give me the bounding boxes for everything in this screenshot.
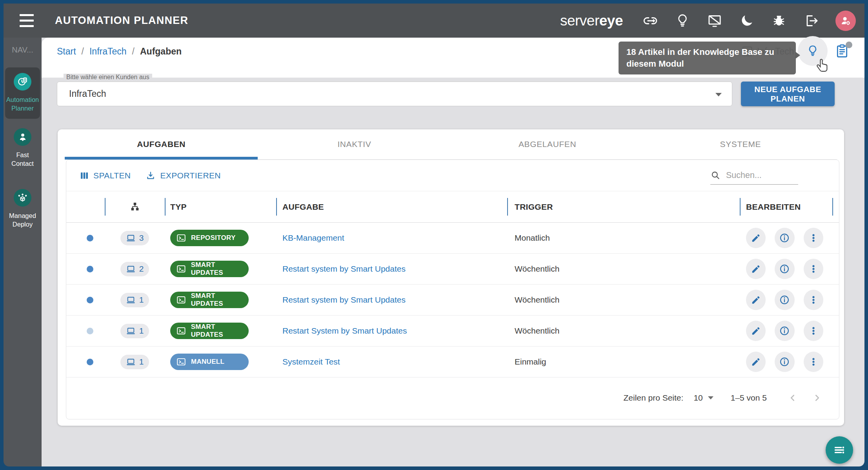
lightbulb-icon[interactable] bbox=[675, 13, 690, 29]
sidebar-item-fast-contact[interactable]: Fast Contact bbox=[5, 123, 40, 174]
info-button[interactable] bbox=[775, 352, 794, 372]
breadcrumb-infratech[interactable]: InfraTech bbox=[89, 46, 127, 57]
dark-mode-icon[interactable] bbox=[739, 13, 755, 29]
rows-per-page-select[interactable]: 10 bbox=[693, 393, 713, 403]
account-settings-avatar[interactable] bbox=[835, 11, 856, 31]
systems-count-chip[interactable]: 1 bbox=[120, 355, 149, 369]
previous-page-button[interactable] bbox=[784, 389, 801, 406]
table-row[interactable]: 3 REPOSITORY KB-Management Monatlich bbox=[66, 223, 839, 254]
servereye-logo: servereye bbox=[560, 13, 623, 29]
terminal-icon bbox=[176, 295, 186, 305]
task-link[interactable]: Restart System by Smart Updates bbox=[282, 326, 407, 336]
logout-icon[interactable] bbox=[803, 13, 819, 29]
info-button[interactable] bbox=[775, 259, 794, 279]
kebab-menu-icon bbox=[808, 357, 819, 367]
status-dot bbox=[87, 266, 93, 272]
next-page-button[interactable] bbox=[808, 389, 826, 406]
customer-select-label: Bitte wähle einen Kunden aus bbox=[64, 74, 152, 81]
more-button[interactable] bbox=[804, 290, 823, 310]
topbar-actions: servereye bbox=[560, 4, 856, 38]
tab-aufgaben[interactable]: AUFGABEN bbox=[65, 129, 258, 159]
table-row[interactable]: 1 SMART UPDATES Restart System by Smart … bbox=[66, 316, 839, 347]
mouse-cursor bbox=[815, 58, 830, 74]
search-field[interactable] bbox=[710, 166, 798, 185]
quick-menu-fab[interactable] bbox=[826, 436, 853, 464]
header-typ[interactable]: TYP bbox=[165, 191, 276, 222]
knowledge-base-tooltip: 18 Artikel in der Knowledge Base zu dies… bbox=[619, 42, 796, 74]
columns-button[interactable]: SPALTEN bbox=[80, 171, 131, 180]
sidebar: NAV... AutomationPlanner Fa bbox=[4, 38, 42, 466]
table-row[interactable]: 1 SMART UPDATES Restart system by Smart … bbox=[66, 285, 839, 316]
pencil-icon bbox=[751, 295, 761, 305]
kebab-menu-icon bbox=[808, 264, 819, 274]
customer-select[interactable]: InfraTech bbox=[57, 82, 732, 106]
table-body: 3 REPOSITORY KB-Management Monatlich bbox=[66, 223, 839, 377]
more-button[interactable] bbox=[804, 321, 823, 341]
tab-inaktiv[interactable]: INAKTIV bbox=[258, 129, 451, 159]
header-bearbeiten: BEARBEITEN bbox=[740, 191, 832, 222]
more-button[interactable] bbox=[804, 352, 823, 372]
systems-count-chip[interactable]: 1 bbox=[120, 324, 149, 338]
systems-count: 3 bbox=[139, 233, 144, 243]
fast-contact-icon bbox=[14, 128, 31, 146]
sidebar-item-label: AutomationPlanner bbox=[6, 95, 39, 113]
systems-count-chip[interactable]: 1 bbox=[120, 293, 149, 307]
task-link[interactable]: Systemzeit Test bbox=[282, 357, 340, 367]
status-dot bbox=[87, 328, 93, 334]
tasks-card: AUFGABENINAKTIVABGELAUFENSYSTEME SPALTEN bbox=[58, 129, 844, 426]
sitemap-icon bbox=[129, 201, 140, 212]
header-aufgabe[interactable]: AUFGABE bbox=[276, 191, 507, 222]
trigger-value: Einmalig bbox=[515, 357, 546, 367]
header-systems[interactable] bbox=[105, 191, 165, 222]
edit-button[interactable] bbox=[746, 228, 766, 248]
sidebar-item-managed-deploy[interactable]: ManagedDeploy bbox=[5, 183, 40, 235]
menu-icon[interactable] bbox=[20, 14, 34, 27]
edit-button[interactable] bbox=[746, 321, 766, 341]
pagination: Zeilen pro Seite: 10 1–5 von 5 bbox=[66, 377, 839, 419]
info-button[interactable] bbox=[775, 228, 794, 248]
monitor-off-icon[interactable] bbox=[707, 13, 722, 29]
breadcrumb-start[interactable]: Start bbox=[57, 46, 76, 57]
laptop-icon bbox=[126, 233, 136, 243]
sidebar-item-label: ManagedDeploy bbox=[9, 211, 36, 229]
systems-count-chip[interactable]: 2 bbox=[120, 262, 149, 276]
export-button[interactable]: EXPORTIEREN bbox=[146, 171, 221, 181]
laptop-icon bbox=[126, 264, 136, 274]
laptop-icon bbox=[126, 326, 136, 336]
type-badge: SMART UPDATES bbox=[170, 323, 249, 339]
automation-planner-app: AUTOMATION PLANNER servereye bbox=[0, 0, 868, 470]
info-button[interactable] bbox=[775, 321, 794, 341]
task-link[interactable]: Restart system by Smart Updates bbox=[282, 264, 406, 274]
info-icon bbox=[779, 325, 790, 336]
pencil-icon bbox=[751, 357, 761, 367]
notification-dot bbox=[846, 42, 852, 48]
chevron-down-icon bbox=[715, 93, 722, 96]
task-link[interactable]: Restart system by Smart Updates bbox=[282, 295, 406, 305]
search-input[interactable] bbox=[725, 170, 790, 181]
info-button[interactable] bbox=[775, 290, 794, 310]
bug-report-icon[interactable] bbox=[771, 13, 787, 29]
link-icon[interactable] bbox=[642, 13, 658, 29]
chevron-left-icon bbox=[788, 393, 798, 403]
trigger-value: Wöchentlich bbox=[515, 264, 559, 274]
type-label: SMART UPDATES bbox=[191, 323, 249, 339]
table-row[interactable]: 1 MANUELL Systemzeit Test Einmalig bbox=[66, 347, 839, 377]
systems-count-chip[interactable]: 3 bbox=[120, 231, 149, 245]
edit-button[interactable] bbox=[746, 259, 766, 279]
sidebar-item-automation-planner[interactable]: AutomationPlanner bbox=[5, 67, 40, 119]
more-button[interactable] bbox=[804, 259, 823, 279]
type-label: SMART UPDATES bbox=[191, 261, 249, 277]
tab-systeme[interactable]: SYSTEME bbox=[644, 129, 837, 159]
more-button[interactable] bbox=[804, 228, 823, 248]
download-icon bbox=[146, 171, 156, 181]
type-badge: MANUELL bbox=[170, 354, 249, 370]
header-trigger[interactable]: TRIGGER bbox=[507, 191, 740, 222]
list-menu-icon bbox=[833, 443, 846, 457]
table-row[interactable]: 2 SMART UPDATES Restart system by Smart … bbox=[66, 254, 839, 285]
tabs: AUFGABENINAKTIVABGELAUFENSYSTEME bbox=[65, 129, 837, 160]
edit-button[interactable] bbox=[746, 352, 766, 372]
tab-abgelaufen[interactable]: ABGELAUFEN bbox=[451, 129, 644, 159]
new-task-button[interactable]: NEUE AUFGABE PLANEN bbox=[741, 82, 835, 106]
task-link[interactable]: KB-Management bbox=[282, 233, 344, 243]
edit-button[interactable] bbox=[746, 290, 766, 310]
